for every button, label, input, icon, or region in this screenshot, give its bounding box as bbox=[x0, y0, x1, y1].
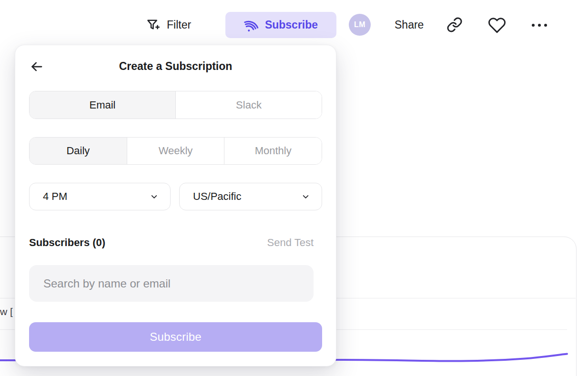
subscribers-row: Subscribers (0) Send Test bbox=[29, 236, 314, 250]
subscriber-search-input[interactable] bbox=[29, 265, 314, 302]
avatar[interactable]: LM bbox=[349, 14, 371, 36]
rss-icon bbox=[242, 16, 260, 34]
filter-label: Filter bbox=[167, 19, 191, 31]
filter-button[interactable]: Filter bbox=[146, 13, 191, 36]
modal-title: Create a Subscription bbox=[15, 60, 336, 73]
page: w [ Filter S bbox=[0, 0, 588, 376]
favorite-button[interactable] bbox=[487, 16, 507, 35]
share-button[interactable]: Share bbox=[395, 13, 424, 36]
chevron-down-icon bbox=[301, 192, 310, 201]
avatar-initials: LM bbox=[354, 20, 365, 29]
tab-slack[interactable]: Slack bbox=[175, 91, 322, 119]
copy-link-button[interactable] bbox=[446, 16, 463, 33]
toolbar: Filter Subscribe LM Share bbox=[0, 0, 588, 43]
link-icon bbox=[446, 17, 463, 33]
tab-daily[interactable]: Daily bbox=[30, 138, 127, 164]
tab-weekly[interactable]: Weekly bbox=[127, 138, 224, 164]
create-subscription-modal: Create a Subscription Email Slack Daily … bbox=[15, 45, 336, 366]
subscribers-count-label: Subscribers (0) bbox=[29, 237, 105, 249]
subscribe-label: Subscribe bbox=[265, 19, 318, 31]
timezone-select-value: US/Pacific bbox=[193, 190, 241, 203]
clipped-background-text: w [ bbox=[0, 306, 13, 317]
ellipsis-icon bbox=[532, 24, 535, 27]
frequency-tabs: Daily Weekly Monthly bbox=[29, 137, 322, 165]
channel-tabs: Email Slack bbox=[29, 91, 322, 119]
send-test-button[interactable]: Send Test bbox=[267, 237, 314, 249]
filter-plus-icon bbox=[146, 18, 161, 32]
time-select[interactable]: 4 PM bbox=[29, 183, 171, 210]
subscribe-button[interactable]: Subscribe bbox=[225, 12, 336, 38]
chevron-down-icon bbox=[150, 192, 159, 201]
tab-monthly[interactable]: Monthly bbox=[224, 138, 322, 164]
time-select-value: 4 PM bbox=[43, 190, 67, 203]
tab-email[interactable]: Email bbox=[30, 91, 175, 119]
subscribe-submit-button[interactable]: Subscribe bbox=[29, 322, 322, 352]
more-options-button[interactable] bbox=[530, 21, 549, 30]
timezone-select[interactable]: US/Pacific bbox=[179, 183, 322, 210]
heart-icon bbox=[488, 16, 506, 34]
